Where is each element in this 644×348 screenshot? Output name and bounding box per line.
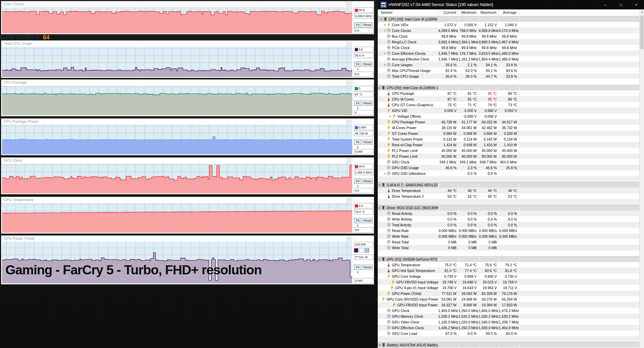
expand-chevron-icon[interactable]: >	[383, 23, 387, 27]
sensor-section-row[interactable]: vCPU [#0]: Intel Core i9-11900H: E...	[378, 85, 640, 90]
sensor-row[interactable]: PCIe Clock99.8 MHz99.8 MHz99.8 MHz99.8 M…	[378, 45, 640, 50]
collapse-chevron-icon[interactable]: v	[378, 258, 381, 261]
column-header-average[interactable]: Average	[499, 9, 519, 16]
expand-chevron-icon[interactable]: >	[389, 115, 392, 118]
sensor-row[interactable]: GPU Video Clock1,185.0 MHz1,020.0 MHz1,5…	[378, 319, 640, 325]
expand-chevron-icon[interactable]: >	[383, 63, 387, 67]
sensor-row[interactable]: GPU Effective Clock1,436.2 MHz1,292.0 MH…	[378, 325, 640, 331]
collapse-chevron-icon[interactable]: v	[378, 343, 381, 347]
sensor-row[interactable]: GPU Power (Total)77.511 W39.593 W83.328 …	[378, 291, 640, 296]
sensor-section-row[interactable]: vBattery: ASUSTeK ASUS Battery	[378, 342, 640, 348]
sensor-row[interactable]: GPU D3D Usage45.6 %2.3 %45.6 %25.8 %	[378, 165, 640, 170]
sensor-row[interactable]: >Core Clocks4,289.5 MHz798.0 MHz4,588.8 …	[378, 28, 640, 33]
fit-y-button[interactable]: Fit y	[354, 62, 361, 67]
expand-chevron-icon[interactable]: >	[383, 172, 387, 175]
scroll-up-icon[interactable]: ▲	[640, 9, 644, 15]
sensor-row[interactable]: CPU IA Cores87 °C81 °C95 °C86 °C	[378, 96, 640, 102]
sensor-row[interactable]: GT Cores Power0.684 W0.068 W0.684 W0.339…	[378, 130, 640, 136]
sensor-row[interactable]: GPU Clock1,455.0 MHz1,260.0 MHz1,845.0 M…	[378, 308, 640, 313]
sensor-row[interactable]: iGPU VID0.000 V0.000 V0.680 V0.052 V	[378, 108, 640, 113]
sensor-row[interactable]: PL1 Power Limit45.000 W45.000 W45.000 W4…	[378, 148, 640, 153]
graph-plot-area[interactable]	[2, 47, 352, 77]
column-header-minimum[interactable]: Minimum	[458, 9, 479, 16]
window-titlebar[interactable]: HWiNFO32 v7.04-4480 Sensor Status [190 v…	[378, 0, 644, 9]
column-header-maximum[interactable]: Maximum	[479, 9, 499, 16]
sensor-section-row[interactable]: vDrive: ROG ESD-S1C (902130PA0D...	[378, 205, 640, 210]
collapse-chevron-icon[interactable]: v	[380, 17, 383, 21]
sensor-row[interactable]: Write Total0 MB0 MB0 MB	[378, 245, 640, 250]
sensor-row[interactable]: GPU Core (NVVDD) Input Power...53.091 W2…	[378, 296, 640, 302]
minimize-button[interactable]: –	[598, 0, 613, 9]
reset-button[interactable]: Reset	[362, 22, 373, 28]
sensor-row[interactable]: Max CPU/Thread Usage82.4 %62.0 %94.1 %83…	[378, 68, 640, 73]
sensor-row[interactable]: PL2 Power Limit90.000 W90.000 W90.000 W9…	[378, 153, 640, 159]
sensor-row[interactable]: GPU Hot Spot Temperature81.5 °C77.4 °C82…	[378, 268, 640, 273]
panel-close-icon[interactable]: ×	[346, 158, 352, 163]
sensor-row[interactable]: >Voltage Offsets-0.050 V0.000 V	[378, 113, 640, 119]
reset-button[interactable]: Reset	[362, 62, 373, 67]
fit-y-button[interactable]: Fit y	[354, 140, 361, 145]
collapse-chevron-icon[interactable]: v	[378, 206, 381, 209]
panel-close-icon[interactable]: ×	[346, 80, 352, 85]
graph-plot-area[interactable]	[2, 86, 352, 115]
sensor-row[interactable]: Total System Power0.133 W0.114 W0.142 W0…	[378, 136, 640, 142]
fit-y-button[interactable]: Fit y	[354, 265, 361, 270]
reset-button[interactable]: Reset	[362, 265, 373, 270]
expand-chevron-icon[interactable]: >	[383, 29, 387, 32]
sensor-row[interactable]: Bus Clock99.8 MHz99.8 MHz99.8 MHz99.8 MH…	[378, 33, 640, 39]
sensor-row[interactable]: Read Rate0.000 MB/s0.000 MB/s0.000 MB/s0…	[378, 228, 640, 233]
column-header-current[interactable]: Current	[438, 9, 458, 16]
sensor-row[interactable]: Average Effective Clock1,546.7 MHz1,161.…	[378, 56, 640, 62]
sensor-row[interactable]: >Core VIDs1.072 V0.565 V1.152 V1.049 V	[378, 22, 640, 28]
sensor-row[interactable]: >GPU D3D Utilizations0.0 %0.0 %	[378, 170, 640, 176]
graph-plot-area[interactable]	[2, 7, 352, 33]
sensor-row[interactable]: Drive Temperature 253 °C52 °C55 °C53 °C	[378, 193, 640, 199]
reset-button[interactable]: Reset	[362, 179, 373, 184]
graph-plot-area[interactable]	[2, 203, 352, 233]
sensor-row[interactable]: GPU 8-pin #1 Input Voltage19.700 V19.643…	[378, 285, 640, 291]
graph-plot-area[interactable]	[2, 164, 352, 193]
sensor-row[interactable]: CPU Package87 °C81 °C95 °C86 °C	[378, 90, 640, 96]
sensor-row[interactable]: Read Activity0.0 %0.0 %0.0 %0.0 %	[378, 210, 640, 216]
sensor-row[interactable]: Write Rate0.000 MB/s0.000 MB/s0.000 MB/s…	[378, 233, 640, 239]
sensor-row[interactable]: Read Total0 MB0 MB0 MB	[378, 239, 640, 245]
sensor-row[interactable]: >Core Usages35.6 %2.1 %94.1 %33.8 %	[378, 62, 640, 68]
collapse-chevron-icon[interactable]: v	[378, 183, 381, 187]
sensor-row[interactable]: GPU FBVDD Input Voltage19.749 V19.690 V2…	[378, 279, 640, 285]
expand-chevron-icon[interactable]: >	[383, 52, 387, 55]
sensor-row[interactable]: CPU GT Cores (Graphics)73 °C71 °C74 °C73…	[378, 102, 640, 108]
maximize-button[interactable]: □	[613, 0, 629, 9]
panel-close-icon[interactable]: ×	[346, 2, 352, 7]
sensor-row[interactable]: GPU Core Voltage0.725 V0.669 V0.900 V0.7…	[378, 273, 640, 279]
sensor-section-row[interactable]: vS.M.A.R.T.: SAMSUNG MZVL22T0H...	[378, 182, 640, 188]
sensor-row[interactable]: GPU Core Load87.0 %0.0 %99.0 %83.0 %	[378, 331, 640, 336]
sensor-row[interactable]: Total CPU Usage35.6 %28.0 %44.7 %33.8 %	[378, 73, 640, 79]
sensor-row[interactable]: IA Cores Power38.115 W34.061 W42.462 W36…	[378, 125, 640, 130]
fit-y-button[interactable]: Fit y	[354, 179, 361, 184]
sensor-section-row[interactable]: vCPU [#0]: Intel Core i9-11900H	[378, 16, 640, 22]
sensor-row[interactable]: Rest-of-Chip Power1.424 W0.938 W1.433 W1…	[378, 142, 640, 148]
reset-button[interactable]: Reset	[362, 218, 373, 223]
fit-y-button[interactable]: Fit y	[354, 218, 361, 223]
column-header-sensor[interactable]: Sensor	[378, 9, 438, 16]
sensor-row[interactable]: Drive Temperature46 °C46 °C46 °C46 °C	[378, 188, 640, 193]
reset-button[interactable]: Reset	[362, 101, 373, 106]
fit-y-button[interactable]: Fit y	[354, 22, 361, 28]
sensor-row[interactable]: Write Activity0.0 %0.0 %0.0 %0.0 %	[378, 216, 640, 222]
sensor-row[interactable]: Total Activity0.0 %0.0 %0.0 %0.0 %	[378, 222, 640, 228]
graph-plot-area[interactable]	[2, 125, 352, 154]
reset-button[interactable]: Reset	[362, 140, 373, 145]
panel-close-icon[interactable]: ×	[346, 198, 352, 203]
scrollbar[interactable]: ▲	[639, 9, 644, 348]
sensor-section-row[interactable]: vGPU [#1]: NVIDIA GeForce RTX 30...	[378, 256, 640, 262]
fit-y-button[interactable]: Fit y	[354, 101, 361, 106]
panel-close-icon[interactable]: ×	[346, 236, 352, 241]
panel-close-icon[interactable]: ×	[346, 41, 352, 46]
close-button[interactable]: ×	[629, 0, 644, 9]
sensor-row[interactable]: GPU Memory Clock1,530.2 MHz1,530.2 MHz1,…	[378, 313, 640, 319]
scrollbar-thumb[interactable]	[640, 15, 644, 49]
sensor-row[interactable]: GPU FBVDD Input Power18.327 W8.566 W19.3…	[378, 302, 640, 308]
table-header[interactable]: SensorCurrentMinimumMaximumAverage	[378, 9, 640, 16]
sensor-row[interactable]: GPU Clock349.1 MHz349.1 MHz548.7 MHz364.…	[378, 159, 640, 165]
collapse-chevron-icon[interactable]: v	[378, 86, 381, 89]
